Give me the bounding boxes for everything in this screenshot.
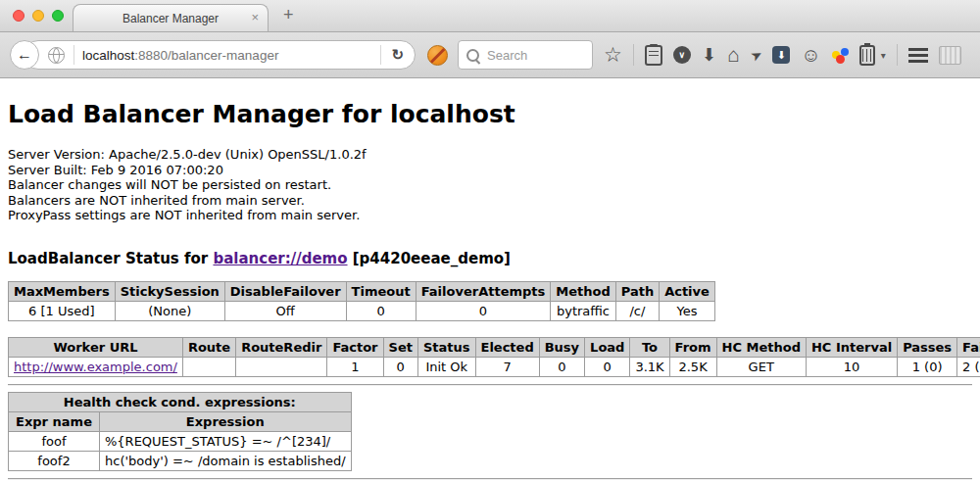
cell-factor: 1: [327, 357, 383, 376]
cell-elected: 7: [475, 357, 539, 376]
cell-hc-interval: 10: [806, 357, 897, 376]
navigation-toolbar: ← localhost:8880/balancer-manager ↻ ☆ ∨ …: [0, 32, 980, 78]
home-icon[interactable]: ⌂: [727, 45, 740, 65]
col-failoverattempts: FailoverAttempts: [416, 281, 551, 301]
table-title-row: Health check cond. expressions:: [9, 392, 352, 411]
horizontal-rule: [8, 384, 972, 386]
tab-close-icon[interactable]: ×: [251, 10, 259, 25]
toolbar-icons: ☆ ∨ ⬇ ⌂ ➤ ⬇ ☺ ▾: [604, 44, 961, 66]
page-title: Load Balancer Manager for localhost: [8, 100, 972, 128]
table-row: 6 [1 Used] (None) Off 0 0 bytraffic /c/ …: [9, 301, 715, 320]
server-version-line: Server Version: Apache/2.5.0-dev (Unix) …: [8, 147, 972, 163]
table-row: foof2 hc('body') =~ /domain is establish…: [9, 451, 352, 470]
reload-button[interactable]: ↻: [380, 45, 415, 65]
cell-from: 2.5K: [669, 357, 716, 376]
colored-dots-extension-icon[interactable]: [832, 47, 849, 64]
server-built-line: Server Built: Feb 9 2016 07:00:20: [8, 163, 972, 178]
search-bar[interactable]: [458, 40, 593, 70]
col-routeredir: RouteRedir: [236, 337, 327, 357]
search-input[interactable]: [485, 47, 584, 64]
cell-hc-method: GET: [716, 357, 806, 376]
cell-path: /c/: [615, 301, 659, 320]
bookmark-star-icon[interactable]: ☆: [604, 45, 622, 65]
server-info: Server Version: Apache/2.5.0-dev (Unix) …: [8, 147, 972, 223]
health-check-title: Health check cond. expressions:: [9, 392, 352, 411]
grid-extension-icon[interactable]: [939, 46, 961, 65]
browser-window: Balancer Manager × + ← localhost:8880/ba…: [0, 0, 980, 481]
new-tab-button[interactable]: +: [283, 5, 294, 25]
col-expression: Expression: [100, 411, 352, 431]
cell-disablefailover: Off: [224, 301, 346, 320]
col-stickysession: StickySession: [115, 281, 224, 301]
tab-title: Balancer Manager: [122, 12, 219, 25]
cell-fails: 2 (0): [957, 357, 980, 376]
reading-list-icon[interactable]: [645, 45, 662, 66]
status-prefix: LoadBalancer Status for: [8, 250, 213, 267]
col-active: Active: [660, 281, 715, 301]
col-timeout: Timeout: [346, 281, 416, 301]
downloads-icon[interactable]: ⬇: [702, 45, 716, 65]
chevron-down-icon[interactable]: ▾: [881, 50, 886, 61]
container-extension-icon[interactable]: [859, 45, 875, 66]
divider: [74, 45, 74, 65]
cell-set: 0: [383, 357, 417, 376]
globe-icon: [48, 47, 65, 64]
cell-status: Init Ok: [417, 357, 475, 376]
url-host: localhost: [82, 48, 134, 63]
back-arrow-icon: ←: [17, 46, 32, 64]
minimize-window-button[interactable]: [32, 10, 44, 22]
pocket-icon[interactable]: ∨: [673, 46, 691, 64]
col-worker-url: Worker URL: [9, 337, 183, 357]
col-hc-method: HC Method: [716, 337, 806, 357]
send-tab-icon[interactable]: ➤: [747, 43, 766, 66]
balancer-demo-link[interactable]: balancer://demo: [213, 250, 347, 267]
worker-table: Worker URL Route RouteRedir Factor Set S…: [8, 337, 980, 377]
cell-method: bytraffic: [551, 301, 615, 320]
col-disablefailover: DisableFailover: [224, 281, 346, 301]
balancer-summary-table: MaxMembers StickySession DisableFailover…: [8, 281, 715, 321]
url-bar[interactable]: localhost:8880/balancer-manager ↻: [24, 40, 416, 70]
content-blocker-icon[interactable]: [427, 45, 448, 66]
cell-expression: %{REQUEST_STATUS} =~ /^[234]/: [100, 431, 352, 451]
cell-active: Yes: [660, 301, 715, 320]
col-status: Status: [417, 337, 475, 357]
divider: [897, 44, 898, 66]
tab-balancer-manager[interactable]: Balancer Manager ×: [73, 4, 269, 31]
col-expr-name: Expr name: [9, 411, 100, 431]
titlebar: Balancer Manager × +: [0, 0, 980, 32]
health-check-table: Health check cond. expressions: Expr nam…: [8, 392, 352, 471]
col-from: From: [669, 337, 716, 357]
divider: [633, 44, 634, 66]
loadbalancer-status-heading: LoadBalancer Status for balancer://demo …: [8, 250, 972, 267]
col-maxmembers: MaxMembers: [9, 281, 116, 301]
col-method: Method: [551, 281, 615, 301]
col-hc-interval: HC Interval: [806, 337, 897, 357]
col-elected: Elected: [475, 337, 539, 357]
col-path: Path: [615, 281, 659, 301]
persist-notice-line: Balancer changes will NOT be persisted o…: [8, 177, 972, 193]
close-window-button[interactable]: [13, 10, 24, 22]
proxypass-notice-line: ProxyPass settings are NOT inherited fro…: [8, 208, 972, 223]
col-factor: Factor: [327, 337, 383, 357]
zoom-window-button[interactable]: [52, 10, 64, 22]
back-button[interactable]: ←: [10, 40, 39, 70]
col-busy: Busy: [539, 337, 584, 357]
url-text[interactable]: localhost:8880/balancer-manager: [82, 48, 380, 63]
cell-passes: 1 (0): [898, 357, 957, 376]
horizontal-rule: [8, 478, 972, 480]
cell-expr-name: foof: [9, 431, 100, 451]
menu-hamburger-icon[interactable]: [908, 48, 928, 63]
chat-smiley-icon[interactable]: ☺: [801, 45, 820, 65]
table-header-row: Expr name Expression: [9, 411, 352, 431]
cell-expression: hc('body') =~ /domain is established/: [100, 451, 352, 470]
col-passes: Passes: [898, 337, 957, 357]
page-content: Load Balancer Manager for localhost Serv…: [0, 100, 980, 480]
download-helper-icon[interactable]: ⬇: [772, 46, 790, 64]
url-path: :8880/balancer-manager: [134, 48, 278, 63]
window-controls: [13, 10, 64, 22]
cell-stickysession: (None): [115, 301, 224, 320]
worker-url-link[interactable]: http://www.example.com/: [14, 360, 177, 374]
table-header-row: Worker URL Route RouteRedir Factor Set S…: [9, 337, 980, 357]
cell-expr-name: foof2: [9, 451, 100, 470]
status-suffix: [p4420eeae_demo]: [348, 250, 511, 267]
